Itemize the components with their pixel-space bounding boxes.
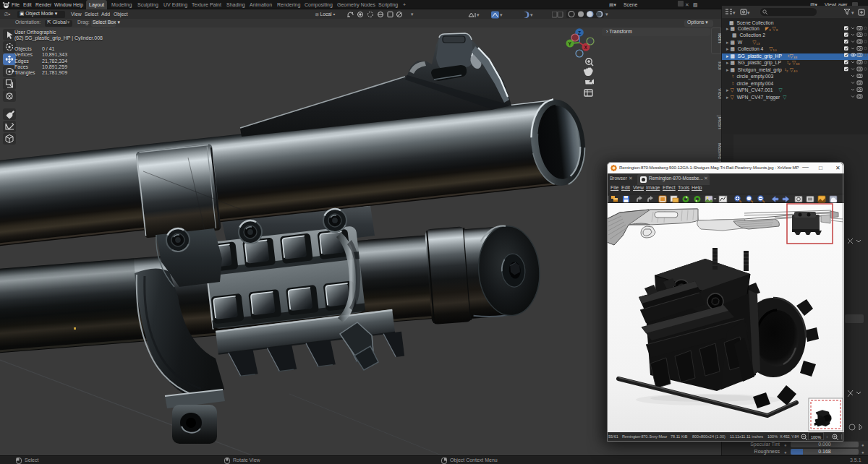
svg-text:▾: ▾ <box>747 10 750 15</box>
svg-text:▾: ▾ <box>605 12 608 17</box>
svg-text:▾: ▾ <box>851 10 854 15</box>
svg-text:▾: ▾ <box>530 12 533 17</box>
svg-text:▾: ▾ <box>733 10 736 15</box>
svg-text:▾: ▾ <box>477 12 480 17</box>
svg-text:Y: Y <box>569 41 572 46</box>
svg-text:X: X <box>584 45 588 50</box>
svg-text:▾: ▾ <box>500 12 503 17</box>
svg-text:Z: Z <box>578 30 581 35</box>
